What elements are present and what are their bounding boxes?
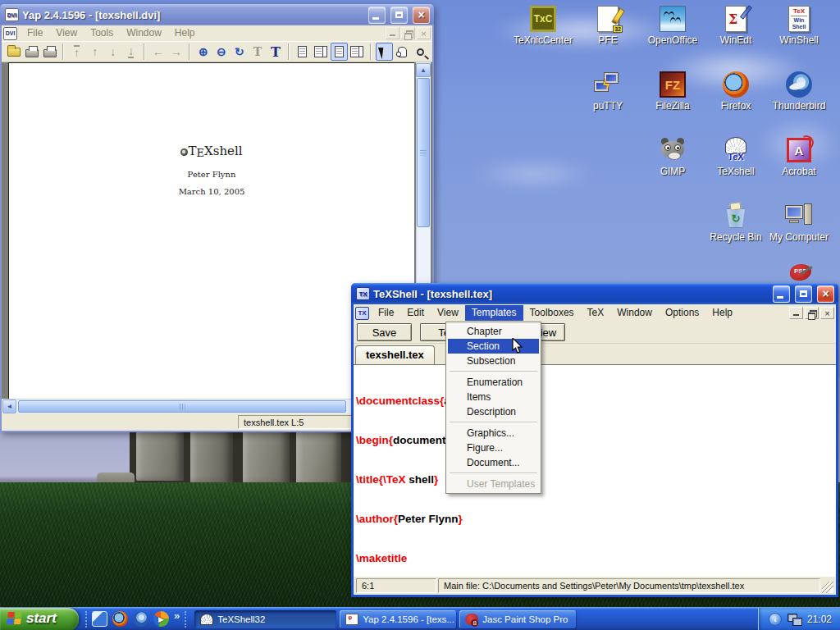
menu-toolboxes[interactable]: Toolboxes	[523, 305, 581, 321]
mdi-close-button[interactable]: ×	[820, 307, 834, 319]
start-button[interactable]: start	[0, 608, 79, 630]
maximize-button[interactable]	[795, 285, 812, 303]
scroll-up-button[interactable]: ▲	[416, 63, 431, 77]
desktop-icon-label: OpenOffice	[641, 35, 704, 46]
minimize-button[interactable]	[368, 7, 386, 24]
print-page-button[interactable]	[41, 43, 58, 61]
desktop-icon-label: Acrobat	[768, 167, 830, 177]
horizontal-scroll-thumb[interactable]	[18, 400, 346, 413]
forward-button[interactable]: →	[167, 43, 185, 61]
taskbar-button-paintshoppro[interactable]: Jasc Paint Shop Pro	[459, 610, 576, 628]
desktop-icon-label: TeXshell	[705, 167, 767, 177]
firefox-icon	[723, 71, 749, 98]
quicklaunch-overflow-chevron[interactable]: »	[174, 608, 180, 622]
texshell-titlebar[interactable]: TX TeXShell - [texshell.tex] ×	[351, 283, 838, 304]
desktop-icon-winedt[interactable]: Σ WinEdt	[705, 5, 767, 46]
menu-view[interactable]: View	[49, 25, 84, 41]
cloud	[447, 152, 619, 197]
menu-item-items[interactable]: Items	[448, 390, 539, 404]
menu-templates[interactable]: Templates	[465, 305, 523, 321]
desktop-icon-my-computer[interactable]: My Computer	[768, 202, 830, 243]
tray-collapse-chevron[interactable]: ‹	[769, 613, 782, 626]
menu-item-enumeration[interactable]: Enumeration	[448, 375, 539, 390]
yap-titlebar[interactable]: DVI Yap 2.4.1596 - [texshell.dvi] ×	[0, 4, 434, 25]
desktop-icon-pfe[interactable]: 32 PFE	[577, 5, 639, 46]
hand-tool-button[interactable]	[394, 43, 411, 61]
text-tool-button[interactable]: T	[267, 43, 284, 61]
menu-file[interactable]: File	[21, 25, 49, 41]
continuous-view-button[interactable]	[331, 43, 348, 61]
close-button[interactable]: ×	[413, 7, 430, 24]
save-button[interactable]: Save	[357, 323, 412, 341]
continuous-double-view-button[interactable]	[349, 43, 366, 61]
menu-item-chapter[interactable]: Chapter	[448, 324, 539, 339]
menu-window[interactable]: Window	[120, 25, 168, 41]
thunderbird-quicklaunch-icon[interactable]	[133, 611, 148, 627]
select-tool-button[interactable]	[376, 43, 393, 61]
menu-options[interactable]: Options	[659, 305, 705, 321]
menu-help[interactable]: Help	[705, 305, 739, 321]
maximize-button[interactable]	[390, 7, 408, 24]
desktop-icon-gimp[interactable]: GIMP	[641, 136, 704, 177]
refresh-button[interactable]: ↻	[231, 43, 248, 61]
menu-window[interactable]: Window	[610, 305, 659, 321]
task-label: Yap 2.4.1596 - [texs...	[363, 614, 454, 624]
desktop-icon-acrobat[interactable]: A Acrobat	[768, 136, 830, 177]
desktop-icon-thunderbird[interactable]: Thunderbird	[768, 71, 830, 112]
menu-edit[interactable]: Edit	[400, 305, 431, 321]
resize-grip[interactable]	[822, 582, 833, 593]
code-line: \documentclass{article}	[356, 395, 836, 408]
ruler-tool-button[interactable]: T	[249, 43, 266, 61]
mdi-restore-button[interactable]	[805, 307, 819, 319]
desktop-icon-texniccenter[interactable]: TxC TeXnicCenter	[512, 5, 574, 46]
desktop-icon-paintshoppro[interactable]: PSP	[768, 264, 830, 285]
menu-tex[interactable]: TeX	[581, 305, 611, 321]
desktop-icon-texshell[interactable]: TeX TeXshell	[705, 136, 767, 177]
menu-item-subsection[interactable]: Subsection	[448, 354, 539, 368]
magnifier-tool-button[interactable]	[412, 43, 429, 61]
desktop-icon-putty[interactable]: ϟ puTTY	[577, 71, 639, 112]
print-button[interactable]	[23, 43, 40, 61]
back-button[interactable]: ←	[149, 43, 167, 61]
menu-tools[interactable]: Tools	[84, 25, 120, 41]
menu-help[interactable]: Help	[168, 25, 202, 41]
network-tray-icon[interactable]	[788, 614, 801, 625]
media-player-quicklaunch-icon[interactable]: ▶	[153, 611, 169, 627]
single-page-view-button[interactable]	[294, 43, 311, 61]
menu-item-document[interactable]: Document...	[448, 455, 539, 470]
menu-item-description[interactable]: Description	[448, 404, 539, 419]
last-page-button[interactable]: ↓	[122, 43, 139, 61]
taskbar-button-yap[interactable]: Yap 2.4.1596 - [texs...	[340, 610, 456, 628]
mdi-minimize-button[interactable]	[789, 307, 803, 319]
taskbar-button-texshell[interactable]: TeXShell32	[194, 610, 336, 628]
latex-editor[interactable]: \documentclass{article} \begin{document}…	[354, 364, 836, 577]
pfe-badge: 32	[613, 25, 623, 33]
open-file-button[interactable]	[5, 43, 22, 61]
scroll-left-button[interactable]: ◄	[2, 399, 16, 413]
desktop-icon-filezilla[interactable]: FZ FileZilla	[641, 71, 704, 112]
desktop-icon-recycle-bin[interactable]: ↻ Recycle Bin	[705, 202, 767, 243]
zoom-in-button[interactable]: ⊕	[194, 43, 212, 61]
desktop-icon-openoffice[interactable]: OpenOffice	[641, 5, 704, 46]
show-desktop-icon[interactable]	[92, 611, 107, 627]
next-page-button[interactable]: ↓	[104, 43, 121, 61]
lightning-glyph: ϟ	[603, 77, 609, 91]
desktop-icon-winshell[interactable]: TeX Win Shell WinShell	[768, 5, 830, 46]
zoom-out-button[interactable]: ⊖	[212, 43, 230, 61]
tab-texshell-tex[interactable]: texshell.tex	[355, 345, 435, 364]
menu-item-section[interactable]: Section	[448, 339, 539, 354]
menu-view[interactable]: View	[431, 305, 465, 321]
task-label: TeXShell32	[217, 614, 265, 624]
previous-page-button[interactable]: ↑	[86, 43, 103, 61]
menu-file[interactable]: File	[372, 305, 400, 321]
menu-item-graphics[interactable]: Graphics...	[448, 426, 539, 441]
minimize-button[interactable]	[773, 285, 790, 303]
vertical-scroll-thumb[interactable]	[417, 78, 430, 227]
close-button[interactable]: ×	[817, 285, 834, 303]
double-page-view-button[interactable]	[312, 43, 329, 61]
desktop-icon-firefox[interactable]: Firefox	[705, 71, 767, 112]
first-page-button[interactable]: ↑	[68, 43, 85, 61]
taskbar-clock[interactable]: 21:02	[807, 614, 832, 625]
menu-item-figure[interactable]: Figure...	[448, 441, 539, 455]
firefox-quicklaunch-icon[interactable]	[112, 611, 128, 627]
